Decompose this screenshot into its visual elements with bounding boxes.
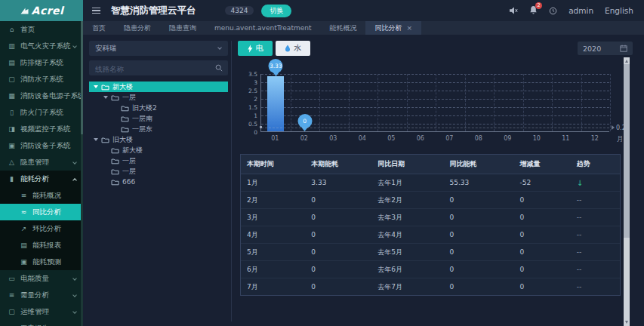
table-row: 2月0去年2月00-- bbox=[241, 192, 620, 209]
tab[interactable]: menu.avent.aventTreatment bbox=[205, 21, 320, 35]
tree-node-label: 666 bbox=[122, 178, 135, 186]
notification-badge: 2 bbox=[535, 2, 542, 9]
tab[interactable]: 同比分析× bbox=[365, 21, 421, 35]
scroll-down-icon[interactable] bbox=[625, 321, 628, 324]
chevron-down-icon bbox=[72, 160, 77, 165]
sidebar-scroll-thumb[interactable] bbox=[81, 21, 83, 134]
switch-button[interactable]: 切换 bbox=[261, 5, 291, 17]
quality-icon: ▭ bbox=[8, 275, 16, 282]
brand-mark-icon bbox=[20, 7, 29, 15]
org-select[interactable]: 安科瑞 bbox=[89, 41, 228, 56]
tree-node[interactable]: 新大楼 bbox=[89, 82, 228, 92]
sidebar-item[interactable]: ▣消防设备子系统 bbox=[0, 137, 83, 154]
caret-down-icon[interactable] bbox=[94, 138, 98, 141]
tab[interactable]: 隐患查询 bbox=[160, 21, 205, 35]
sidebar-item[interactable]: ▥电气火灾子系统 bbox=[0, 38, 83, 54]
clock-icon[interactable] bbox=[549, 7, 557, 15]
x-axis-tick: 05 bbox=[387, 135, 395, 142]
year-picker[interactable]: 2020 bbox=[578, 42, 633, 55]
sidebar-item[interactable]: ▭用电报告 bbox=[0, 320, 83, 326]
tree-node[interactable]: 新大楼 bbox=[89, 145, 228, 155]
tree-node[interactable]: 一层 bbox=[89, 155, 228, 166]
sidebar-scrollbar[interactable] bbox=[81, 21, 83, 326]
tree-node[interactable]: 旧大楼2 bbox=[89, 103, 228, 113]
trend-cell: ↓ bbox=[571, 174, 620, 192]
sidebar-item[interactable]: ▦消防设备电源子系统 bbox=[0, 88, 83, 104]
scroll-up-icon[interactable] bbox=[625, 60, 628, 63]
electric-fire-icon: ▥ bbox=[8, 42, 16, 50]
y-axis-tick: 2 bbox=[238, 96, 257, 103]
table-header-cell: 同比日期 bbox=[371, 155, 443, 174]
y-axis-tick: 3 bbox=[238, 79, 257, 86]
table-header-cell: 增减量 bbox=[513, 155, 570, 174]
device-tree-panel: 安科瑞 新大楼一层旧大楼2一层南一层东旧大楼新大楼一层一层666 bbox=[89, 41, 228, 326]
sidebar-item[interactable]: ▯防火门子系统 bbox=[0, 104, 83, 121]
sidebar-item[interactable]: ▣能耗预测 bbox=[0, 254, 83, 270]
sidebar-item[interactable]: △隐患管理 bbox=[0, 154, 83, 171]
grid-line bbox=[407, 74, 408, 131]
sidebar-item[interactable]: ▢消防水子系统 bbox=[0, 71, 83, 88]
sidebar-item-label: 能耗报表 bbox=[32, 241, 61, 251]
tree-node[interactable]: 666 bbox=[89, 177, 228, 187]
x-axis-tick: 03 bbox=[329, 135, 337, 142]
tree-node[interactable]: 一层东 bbox=[89, 124, 228, 134]
folder-icon bbox=[121, 105, 129, 112]
tree-node[interactable]: 旧大楼 bbox=[89, 134, 228, 145]
table-row: 6月0去年6月00-- bbox=[241, 261, 620, 278]
sidebar-item[interactable]: ↗环比分析 bbox=[0, 220, 83, 237]
scrollbar-thumb[interactable] bbox=[624, 64, 630, 238]
menu-collapse-icon[interactable] bbox=[92, 8, 100, 14]
electric-toggle-button[interactable]: 电 bbox=[238, 41, 273, 56]
tab-label: menu.avent.aventTreatment bbox=[214, 24, 311, 32]
caret-down-icon[interactable] bbox=[103, 96, 108, 99]
tree-node[interactable]: 一层 bbox=[89, 92, 228, 103]
table-cell: 0 bbox=[513, 209, 570, 226]
sidebar-item[interactable]: ◨视频监控子系统 bbox=[0, 121, 83, 137]
caret-down-icon[interactable] bbox=[94, 85, 98, 88]
search-input[interactable] bbox=[89, 62, 228, 77]
yoy-bar-chart: 3.33000.511.522.533.50102030405060708091… bbox=[238, 66, 624, 152]
sidebar-item[interactable]: ▮能耗分析 bbox=[0, 171, 83, 187]
sidebar-item[interactable]: ▤防排烟子系统 bbox=[0, 54, 83, 71]
sidebar-item[interactable]: ≡能耗概况 bbox=[0, 187, 83, 204]
water-toggle-button[interactable]: 水 bbox=[276, 41, 310, 56]
sidebar-item[interactable]: ▭电能质量 bbox=[0, 270, 83, 287]
tree-node-label: 一层 bbox=[122, 167, 136, 177]
sidebar-item[interactable]: ▤能耗报表 bbox=[0, 237, 83, 254]
x-axis-tick: 12 bbox=[591, 135, 599, 142]
sidebar-item-label: 同比分析 bbox=[32, 208, 61, 217]
language-switch[interactable]: English bbox=[605, 6, 633, 15]
tab[interactable]: 首页 bbox=[83, 21, 115, 35]
username[interactable]: admin bbox=[569, 6, 593, 15]
sidebar-item[interactable]: ⌂首页 bbox=[0, 21, 83, 38]
count-badge: 4324 bbox=[225, 6, 254, 15]
sidebar-item[interactable]: ≡需量分析 bbox=[0, 287, 83, 303]
sidebar-item[interactable]: ≈同比分析 bbox=[0, 204, 83, 220]
search-icon[interactable] bbox=[215, 64, 223, 72]
close-icon[interactable]: × bbox=[406, 24, 412, 32]
app-header: Acrel 智慧消防管理云平台 4324 切换 2 admin English bbox=[0, 0, 644, 21]
folder-open-icon bbox=[111, 147, 119, 154]
vertical-scrollbar[interactable] bbox=[624, 57, 630, 326]
table-cell: 0 bbox=[513, 226, 570, 244]
tree-node[interactable]: 一层南 bbox=[89, 113, 228, 124]
tab[interactable]: 能耗概况 bbox=[320, 21, 365, 35]
table-cell: 8月 bbox=[241, 296, 305, 297]
x-axis-tick: 04 bbox=[359, 135, 366, 142]
device-tree: 新大楼一层旧大楼2一层南一层东旧大楼新大楼一层一层666 bbox=[89, 82, 228, 187]
table-cell: 去年7月 bbox=[371, 278, 443, 296]
electric-toggle-label: 电 bbox=[256, 43, 263, 54]
tree-node[interactable]: 一层 bbox=[89, 166, 228, 177]
brand-logo[interactable]: Acrel bbox=[0, 0, 83, 21]
sidebar-item[interactable]: ▢运维管理 bbox=[0, 303, 83, 320]
folder-open-icon bbox=[121, 126, 129, 133]
speaker-icon[interactable] bbox=[509, 6, 518, 15]
arrow-right-icon bbox=[612, 125, 615, 130]
table-header-cell: 本期时间 bbox=[241, 155, 305, 174]
sidebar-item-label: 能耗分析 bbox=[20, 174, 49, 184]
folder-open-icon bbox=[101, 84, 109, 91]
tree-node-label: 旧大楼2 bbox=[132, 103, 157, 113]
tab[interactable]: 隐患分析 bbox=[115, 21, 160, 35]
notifications[interactable]: 2 bbox=[529, 5, 538, 16]
smoke-icon: ▤ bbox=[8, 59, 16, 66]
